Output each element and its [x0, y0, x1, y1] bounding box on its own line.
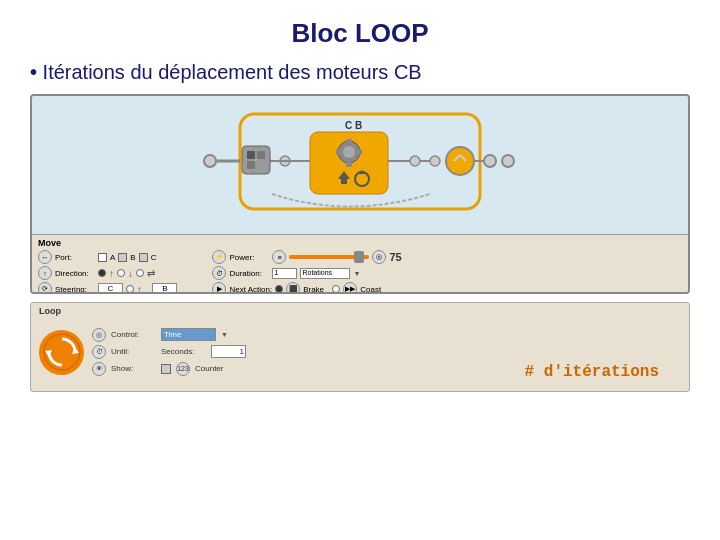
title-area: Bloc LOOP — [0, 0, 720, 57]
loop-icon-area — [39, 330, 84, 375]
counter-label: Counter — [195, 364, 223, 373]
svg-rect-17 — [247, 161, 255, 169]
svg-rect-27 — [341, 179, 347, 184]
port-icon: ↔ — [38, 250, 52, 264]
direction-icon: ↑ — [38, 266, 52, 280]
svg-rect-25 — [357, 149, 362, 155]
seconds-label: Seconds: — [161, 347, 206, 356]
move-panel: Move ↔ Port: A B C — [32, 234, 688, 292]
steering-icon: ⟳ — [38, 282, 52, 294]
next-label: Next Action: — [229, 285, 272, 294]
brake-label: Brake — [303, 285, 324, 294]
svg-point-12 — [484, 155, 496, 167]
power-slider-icon: ≡ — [272, 250, 286, 264]
dir-radio-3[interactable] — [136, 269, 144, 277]
svg-point-10 — [430, 156, 440, 166]
power-label: Power: — [229, 253, 269, 262]
power-end-icon: ◎ — [372, 250, 386, 264]
slide: Bloc LOOP • Itérations du déplacement de… — [0, 0, 720, 540]
svg-point-9 — [410, 156, 420, 166]
loop-section: Loop ◎ Control: Time ▼ — [30, 302, 690, 392]
next-icon: ▶ — [212, 282, 226, 294]
iterations-text: # d'itérations — [525, 363, 659, 381]
power-icon: ⚡ — [212, 250, 226, 264]
show-label: Show: — [111, 364, 156, 373]
coast-radio[interactable] — [332, 285, 340, 293]
svg-rect-18 — [257, 161, 265, 169]
duration-label: Duration: — [229, 269, 269, 278]
nxt-screenshot: C B — [30, 94, 690, 294]
control-label: Control: — [111, 330, 156, 339]
svg-point-30 — [446, 147, 474, 175]
svg-rect-16 — [257, 151, 265, 159]
svg-rect-15 — [247, 151, 255, 159]
move-panel-title: Move — [38, 238, 682, 248]
brake-icon: ⬛ — [286, 282, 300, 294]
control-dropdown[interactable]: ▼ — [221, 331, 228, 338]
coast-label: Coast — [360, 285, 381, 294]
block-diagram: C B — [190, 104, 530, 234]
svg-text:C B: C B — [345, 120, 362, 131]
dir-radio-2[interactable] — [117, 269, 125, 277]
page-title: Bloc LOOP — [0, 18, 720, 49]
svg-point-21 — [343, 146, 355, 158]
seconds-input[interactable]: 1 — [211, 345, 246, 358]
loop-icon — [39, 330, 84, 375]
svg-point-13 — [502, 155, 514, 167]
steer-radio[interactable] — [126, 285, 134, 293]
duration-icon: ⏱ — [212, 266, 226, 280]
port-c-label: C — [151, 253, 157, 262]
dir-radio-1[interactable] — [98, 269, 106, 277]
counter-icon: 123 — [176, 362, 190, 376]
until-icon: ⏱ — [92, 345, 106, 359]
steering-input[interactable]: C — [98, 283, 123, 294]
port-b-label: B — [130, 253, 135, 262]
duration-input[interactable]: 1 — [272, 268, 297, 279]
port-label: Port: — [55, 253, 95, 262]
subtitle-text: Itérations du déplacement des moteurs CB — [43, 61, 422, 83]
svg-rect-22 — [346, 139, 352, 144]
until-label: Until: — [111, 347, 156, 356]
subtitle: • Itérations du déplacement des moteurs … — [0, 57, 720, 94]
port-c-check[interactable] — [139, 253, 148, 262]
port-a-check[interactable] — [98, 253, 107, 262]
loop-panel-title: Loop — [39, 306, 61, 316]
control-icon: ◎ — [92, 328, 106, 342]
port-a-label: A — [110, 253, 115, 262]
show-icon: 👁 — [92, 362, 106, 376]
svg-rect-24 — [336, 149, 341, 155]
svg-rect-14 — [242, 146, 270, 174]
brake-radio[interactable] — [275, 285, 283, 293]
duration-unit[interactable]: Rotations — [300, 268, 350, 279]
control-value[interactable]: Time — [161, 328, 216, 341]
steering-label: Steering: — [55, 285, 95, 294]
show-check[interactable] — [161, 364, 171, 374]
nxt-canvas: C B — [32, 96, 688, 241]
power-value: 75 — [389, 251, 401, 263]
coast-icon: ▶▶ — [343, 282, 357, 294]
svg-rect-23 — [346, 162, 352, 167]
bullet: • — [30, 61, 37, 83]
direction-label: Direction: — [55, 269, 95, 278]
b-input[interactable]: B — [152, 283, 177, 294]
port-b-check[interactable] — [118, 253, 127, 262]
svg-point-4 — [204, 155, 216, 167]
